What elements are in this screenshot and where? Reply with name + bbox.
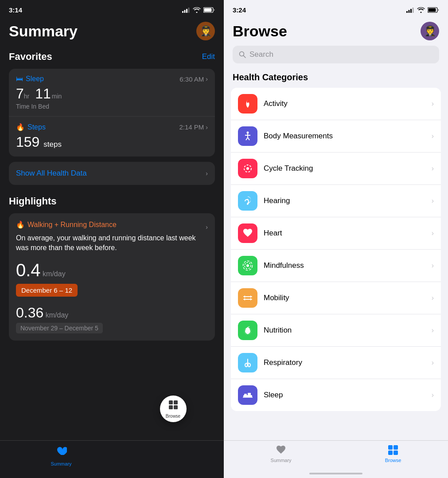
nutrition-chevron: › — [432, 326, 434, 334]
signal-icon — [182, 8, 190, 13]
svg-rect-8 — [169, 405, 173, 409]
favorites-card: 🛏 Sleep 6:30 AM › 7hr 11min Time In Bed — [9, 69, 215, 157]
svg-rect-45 — [393, 451, 398, 455]
svg-rect-6 — [169, 400, 173, 404]
category-item-nutrition[interactable]: Nutrition › — [231, 314, 441, 347]
respiratory-chevron: › — [432, 359, 434, 367]
svg-rect-9 — [174, 405, 178, 409]
svg-rect-43 — [393, 445, 398, 450]
respiratory-icon — [242, 357, 253, 368]
heart-name: Heart — [264, 229, 432, 238]
right-nav-browse[interactable]: Browse — [385, 444, 401, 463]
svg-rect-39 — [244, 394, 247, 395]
svg-point-24 — [246, 167, 249, 170]
cycle-chevron: › — [432, 165, 434, 172]
svg-rect-42 — [388, 445, 393, 450]
highlight-card: 🔥 Walking + Running Distance › On averag… — [9, 213, 215, 341]
hearing-name: Hearing — [264, 196, 432, 205]
cycle-icon — [242, 163, 253, 174]
current-value: 0.4 — [16, 260, 41, 280]
wifi-icon — [193, 7, 201, 13]
sleep-icon-wrap — [238, 385, 257, 405]
category-item-mobility[interactable]: Mobility › — [231, 282, 441, 314]
nutrition-name: Nutrition — [264, 326, 432, 335]
right-status-icons — [406, 7, 439, 13]
right-nav-summary[interactable]: Summary — [271, 444, 292, 463]
grid-icon — [168, 400, 179, 413]
search-icon — [239, 51, 246, 58]
right-battery-icon — [428, 7, 439, 13]
edit-button[interactable]: Edit — [202, 52, 215, 61]
left-panel: 3:14 Summary 🧑‍✈️ — [0, 0, 224, 478]
category-item-body[interactable]: Body Measurements › — [231, 120, 441, 153]
steps-fire-icon: 🔥 — [16, 123, 25, 131]
right-page-title: Browse — [233, 23, 287, 40]
svg-rect-1 — [184, 10, 186, 13]
search-placeholder: Search — [249, 50, 273, 59]
activity-icon-wrap — [238, 94, 257, 114]
left-page-header: Summary 🧑‍✈️ — [9, 17, 215, 40]
category-item-cycle[interactable]: Cycle Tracking › — [231, 153, 441, 185]
svg-rect-11 — [409, 10, 410, 13]
svg-marker-33 — [244, 298, 245, 301]
svg-point-25 — [247, 199, 249, 200]
prev-unit: km/day — [46, 311, 69, 319]
mindfulness-icon-wrap — [238, 256, 257, 275]
right-heart-nav-icon — [275, 444, 287, 456]
heart-icon-wrap — [238, 223, 257, 243]
prev-range-label: November 29 – December 5 — [16, 323, 103, 333]
highlights-title: Highlights — [9, 196, 215, 207]
category-item-mindfulness[interactable]: Mindfulness › — [231, 250, 441, 282]
left-status-bar: 3:14 — [0, 0, 224, 17]
category-item-heart[interactable]: Heart › — [231, 217, 441, 250]
show-all-chevron: › — [206, 170, 208, 177]
sleep-sub: Time In Bed — [16, 103, 208, 110]
svg-rect-15 — [429, 8, 436, 12]
metric-current: 0.4 km/day — [16, 260, 208, 280]
sleep-chevron: › — [206, 75, 208, 82]
steps-time: 2:14 PM › — [179, 123, 208, 131]
mobility-icon — [242, 292, 253, 304]
mindfulness-name: Mindfulness — [264, 261, 432, 270]
body-name: Body Measurements — [264, 132, 432, 141]
svg-rect-2 — [186, 9, 187, 13]
svg-rect-12 — [410, 9, 412, 13]
hearing-icon-wrap — [238, 191, 257, 211]
browse-fab-button[interactable]: Browse — [160, 396, 187, 422]
favorites-header: Favorites Edit — [9, 51, 215, 63]
right-home-indicator — [309, 473, 362, 474]
body-icon-wrap — [238, 126, 257, 146]
current-range-label: December 6 – 12 — [16, 284, 78, 297]
sleep-chevron: › — [432, 391, 434, 399]
sleep-label: 🛏 Sleep — [16, 75, 44, 83]
svg-rect-3 — [188, 8, 190, 13]
svg-rect-40 — [248, 393, 251, 395]
activity-name: Activity — [264, 99, 432, 108]
nutrition-icon-wrap — [238, 321, 257, 340]
category-item-hearing[interactable]: Hearing › — [231, 185, 441, 217]
mobility-chevron: › — [432, 294, 434, 302]
right-grid-icon — [387, 444, 399, 456]
heart-icon — [242, 227, 253, 239]
nav-summary[interactable]: Summary — [51, 445, 71, 466]
svg-marker-31 — [244, 295, 245, 298]
cycle-name: Cycle Tracking — [264, 164, 432, 173]
body-icon — [242, 130, 253, 142]
highlight-chevron: › — [206, 223, 208, 231]
svg-line-17 — [244, 56, 246, 58]
category-item-activity[interactable]: Activity › — [231, 88, 441, 120]
battery-icon — [203, 7, 215, 13]
cycle-icon-wrap — [238, 159, 257, 178]
highlight-title: 🔥 Walking + Running Distance — [16, 220, 117, 229]
right-browse-label: Browse — [385, 458, 401, 463]
search-bar[interactable]: Search — [233, 46, 439, 63]
right-panel: 3:24 Browse 🧑‍✈️ — [224, 0, 448, 478]
show-all-button[interactable]: Show All Health Data › — [9, 162, 215, 185]
respiratory-name: Respiratory — [264, 358, 432, 367]
category-item-sleep[interactable]: Sleep › — [231, 379, 441, 411]
svg-point-26 — [246, 264, 249, 267]
category-item-respiratory[interactable]: Respiratory › — [231, 347, 441, 379]
left-page-title: Summary — [9, 23, 78, 40]
mindfulness-icon — [242, 260, 253, 271]
sleep-name: Sleep — [264, 391, 432, 400]
